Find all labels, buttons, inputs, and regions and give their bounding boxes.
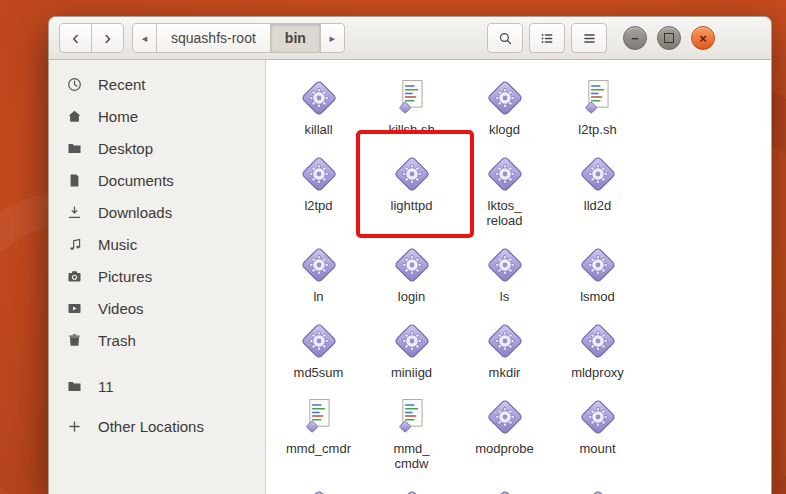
file-item[interactable]	[365, 476, 458, 494]
sidebar-item-documents[interactable]: Documents	[49, 164, 265, 196]
menu-button[interactable]	[571, 23, 607, 53]
executable-icon	[297, 76, 341, 120]
path-scroll-right-button[interactable]: ▸	[320, 23, 345, 53]
file-name: klogd	[489, 123, 520, 138]
file-name: miniigd	[391, 366, 432, 381]
file-item[interactable]: lktos_ reload	[458, 142, 551, 229]
search-button[interactable]	[487, 23, 523, 53]
file-item[interactable]: mmd_ cmdw	[365, 385, 458, 472]
file-item[interactable]: miniigd	[365, 309, 458, 381]
minimize-button[interactable]: −	[623, 26, 647, 50]
sidebar-item-label: Home	[98, 108, 138, 125]
file-name: modprobe	[475, 442, 534, 457]
executable-icon	[576, 319, 620, 363]
view-toggle-button[interactable]	[529, 23, 565, 53]
file-item[interactable]: mkdir	[458, 309, 551, 381]
file-name: ln	[313, 290, 323, 305]
file-name: killall	[304, 123, 332, 138]
file-item[interactable]: login	[365, 233, 458, 305]
file-name: lld2d	[584, 199, 611, 214]
sidebar-item-home[interactable]: Home	[49, 100, 265, 132]
sidebar-item-label: Recent	[98, 76, 146, 93]
file-name: lsmod	[580, 290, 615, 305]
path-segment-squashfs-root[interactable]: squashfs-root	[156, 23, 271, 53]
executable-icon	[483, 319, 527, 363]
file-manager-window: ‹ › ◂ squashfs-root bin ▸ − × Recent H	[48, 16, 772, 494]
sidebar-item-desktop[interactable]: Desktop	[49, 132, 265, 164]
file-item[interactable]: md5sum	[272, 309, 365, 381]
sidebar-item-recent[interactable]: Recent	[49, 68, 265, 100]
file-item-lighttpd[interactable]: lighttpd	[365, 142, 458, 229]
file-grid: killall killsh.sh klogd l2tp.sh l2tpd li…	[266, 60, 771, 494]
file-name: mount	[579, 442, 615, 457]
file-item[interactable]: mmd_cmdr	[272, 385, 365, 472]
path-segment-bin[interactable]: bin	[270, 23, 321, 53]
file-name: lktos_ reload	[486, 199, 522, 229]
sidebar-item-videos[interactable]: Videos	[49, 292, 265, 324]
sidebar-item-label: Trash	[98, 332, 136, 349]
file-item[interactable]	[272, 476, 365, 494]
file-name: login	[398, 290, 425, 305]
hamburger-menu-icon	[581, 30, 598, 47]
executable-icon	[576, 152, 620, 196]
home-icon	[66, 108, 83, 125]
sidebar-item-label: Documents	[98, 172, 174, 189]
back-button[interactable]: ‹	[59, 23, 92, 53]
file-item[interactable]	[551, 476, 644, 494]
sidebar-item-downloads[interactable]: Downloads	[49, 196, 265, 228]
executable-icon	[297, 243, 341, 287]
folder-icon	[66, 378, 83, 395]
executable-icon	[483, 486, 527, 494]
executable-icon	[576, 486, 620, 494]
window-body: Recent Home Desktop Documents Downloads …	[49, 60, 771, 494]
executable-icon	[390, 152, 434, 196]
sidebar-item-label: Other Locations	[98, 418, 204, 435]
path-scroll-left-button[interactable]: ◂	[132, 23, 157, 53]
file-item[interactable]: mount	[551, 385, 644, 472]
forward-button[interactable]: ›	[91, 23, 124, 53]
sidebar-item-label: Music	[98, 236, 137, 253]
file-name: md5sum	[294, 366, 344, 381]
list-view-icon	[539, 30, 556, 47]
executable-icon	[483, 76, 527, 120]
file-item[interactable]: l2tp.sh	[551, 66, 644, 138]
file-name: mmd_ cmdw	[393, 442, 429, 472]
file-item[interactable]: killall	[272, 66, 365, 138]
executable-icon	[483, 395, 527, 439]
file-name: lighttpd	[391, 199, 433, 214]
file-name: mmd_cmdr	[286, 442, 351, 457]
sidebar-item-label: 11	[98, 378, 114, 395]
file-item[interactable]: killsh.sh	[365, 66, 458, 138]
sidebar-item-label: Pictures	[98, 268, 152, 285]
sidebar-item-11[interactable]: 11	[49, 370, 265, 402]
close-button[interactable]: ×	[691, 26, 715, 50]
file-item[interactable]: modprobe	[458, 385, 551, 472]
sidebar-item-other-locations[interactable]: Other Locations	[49, 410, 265, 442]
plus-icon	[66, 418, 83, 435]
executable-icon	[297, 486, 341, 494]
executable-icon	[297, 319, 341, 363]
file-item[interactable]: mldproxy	[551, 309, 644, 381]
maximize-button[interactable]	[657, 26, 681, 50]
sidebar-item-music[interactable]: Music	[49, 228, 265, 260]
video-icon	[66, 300, 83, 317]
executable-icon	[390, 319, 434, 363]
script-file-icon	[297, 395, 341, 439]
executable-icon	[390, 486, 434, 494]
folder-icon	[66, 140, 83, 157]
file-item[interactable]: ln	[272, 233, 365, 305]
file-item[interactable]: ls	[458, 233, 551, 305]
sidebar-item-trash[interactable]: Trash	[49, 324, 265, 356]
file-item[interactable]: lld2d	[551, 142, 644, 229]
file-item[interactable]: klogd	[458, 66, 551, 138]
sidebar-item-label: Downloads	[98, 204, 172, 221]
script-file-icon	[576, 76, 620, 120]
file-item[interactable]: l2tpd	[272, 142, 365, 229]
sidebar-item-label: Desktop	[98, 140, 153, 157]
sidebar-item-label: Videos	[98, 300, 144, 317]
sidebar-item-pictures[interactable]: Pictures	[49, 260, 265, 292]
file-item[interactable]: lsmod	[551, 233, 644, 305]
executable-icon	[483, 152, 527, 196]
file-name: l2tpd	[304, 199, 332, 214]
file-item[interactable]	[458, 476, 551, 494]
